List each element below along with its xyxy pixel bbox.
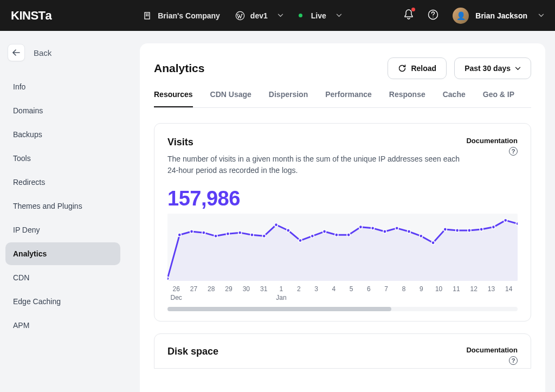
svg-point-29: [431, 241, 435, 245]
site-switcher[interactable]: dev1: [235, 11, 283, 21]
chevron-down-icon: [515, 67, 521, 70]
live-status-dot: [299, 14, 302, 17]
svg-point-30: [443, 228, 447, 231]
svg-rect-4: [147, 15, 149, 16]
documentation-label: Documentation: [466, 346, 518, 354]
sidebar-item-edge-caching[interactable]: Edge Caching: [5, 290, 120, 313]
visits-title: Visits: [167, 137, 466, 148]
x-tick: 5: [343, 285, 360, 301]
x-tick: 29: [220, 285, 237, 301]
chevron-down-icon: [278, 14, 283, 17]
reload-button[interactable]: Reload: [388, 57, 447, 79]
svg-rect-0: [145, 12, 150, 19]
x-tick: 3: [307, 285, 325, 301]
svg-point-19: [311, 234, 314, 237]
svg-point-5: [236, 11, 244, 20]
svg-point-20: [323, 230, 326, 233]
avatar: 👤: [453, 8, 469, 24]
documentation-link[interactable]: Documentation ?: [466, 346, 518, 365]
x-tick: 4: [325, 285, 343, 301]
sidebar-item-cdn[interactable]: CDN: [5, 266, 120, 289]
sidebar-item-domains[interactable]: Domains: [5, 99, 120, 122]
sidebar-item-themes-and-plugins[interactable]: Themes and Plugins: [5, 195, 120, 217]
x-tick: 6: [360, 285, 377, 301]
sidebar-item-backups[interactable]: Backups: [5, 123, 120, 146]
visits-description: The number of visits in a given month is…: [167, 153, 466, 176]
svg-point-9: [190, 230, 193, 233]
svg-point-26: [395, 227, 398, 230]
tab-geo-ip[interactable]: Geo & IP: [483, 90, 514, 107]
scrollbar-thumb[interactable]: [167, 307, 391, 311]
svg-point-14: [250, 233, 254, 236]
svg-point-34: [492, 226, 495, 229]
x-tick: 27: [185, 285, 202, 301]
company-name: Brian's Company: [158, 11, 220, 20]
back-label: Back: [34, 48, 51, 57]
company-switcher[interactable]: Brian's Company: [144, 11, 220, 20]
sidebar-item-analytics[interactable]: Analytics: [5, 242, 120, 265]
user-menu[interactable]: 👤 Brian Jackson: [453, 8, 544, 24]
tab-resources[interactable]: Resources: [154, 90, 193, 107]
documentation-label: Documentation: [466, 137, 518, 145]
main-panel: Analytics Reload Past 30 days ResourcesC…: [140, 43, 545, 392]
back-button[interactable]: [8, 44, 25, 61]
logo: KINSTa: [11, 9, 51, 23]
tab-cdn-usage[interactable]: CDN Usage: [210, 90, 251, 107]
chevron-down-icon: [336, 14, 342, 17]
svg-rect-1: [146, 14, 147, 15]
svg-point-10: [202, 231, 205, 234]
reload-label: Reload: [411, 64, 436, 73]
svg-point-35: [504, 219, 507, 222]
sidebar-item-redirects[interactable]: Redirects: [5, 171, 120, 194]
chart-scrollbar[interactable]: [167, 307, 518, 311]
notification-badge: [411, 8, 415, 11]
svg-point-13: [238, 231, 242, 234]
date-range-picker[interactable]: Past 30 days: [454, 57, 531, 79]
svg-point-15: [262, 234, 266, 237]
sidebar-item-apm[interactable]: APM: [5, 314, 120, 337]
x-tick: 10: [430, 285, 447, 301]
svg-point-17: [287, 229, 290, 232]
tab-cache[interactable]: Cache: [443, 90, 466, 107]
x-tick: 11: [448, 285, 465, 301]
help-icon: [428, 9, 438, 20]
documentation-link[interactable]: Documentation ?: [466, 137, 518, 156]
x-tick: 8: [395, 285, 412, 301]
x-tick: 30: [237, 285, 255, 301]
x-tick: 12: [465, 285, 482, 301]
disk-space-card: Disk space Documentation ?: [154, 333, 531, 369]
visits-total: 157,986: [167, 187, 518, 210]
help-icon: ?: [509, 147, 518, 156]
visits-card: Visits The number of visits in a given m…: [154, 123, 531, 322]
help-icon: ?: [509, 356, 518, 365]
svg-point-7: [167, 277, 169, 280]
tab-dispersion[interactable]: Dispersion: [269, 90, 308, 107]
x-tick: 28: [203, 285, 220, 301]
env-switcher[interactable]: Live: [299, 11, 342, 20]
help-button[interactable]: [428, 9, 438, 22]
svg-point-24: [371, 227, 375, 230]
svg-point-23: [359, 226, 362, 229]
svg-point-12: [226, 232, 229, 235]
company-icon: [144, 11, 152, 20]
arrow-left-icon: [12, 49, 20, 56]
wordpress-icon: [235, 11, 245, 21]
sidebar-item-info[interactable]: Info: [5, 75, 120, 98]
x-tick: 13: [482, 285, 500, 301]
tab-performance[interactable]: Performance: [325, 90, 372, 107]
svg-point-8: [178, 233, 181, 236]
sidebar-item-ip-deny[interactable]: IP Deny: [5, 219, 120, 241]
reload-icon: [398, 64, 406, 73]
tab-response[interactable]: Response: [389, 90, 425, 107]
svg-rect-2: [147, 14, 149, 15]
page-title: Analytics: [154, 62, 380, 75]
svg-point-27: [407, 230, 410, 233]
env-label: Live: [311, 11, 326, 20]
notifications-button[interactable]: [404, 9, 414, 22]
x-tick: 9: [412, 285, 430, 301]
svg-point-33: [480, 228, 483, 231]
sidebar-item-tools[interactable]: Tools: [5, 147, 120, 170]
svg-point-36: [516, 222, 518, 225]
x-tick: 2: [290, 285, 307, 301]
sidebar: Back InfoDomainsBackupsToolsRedirectsThe…: [0, 31, 126, 392]
